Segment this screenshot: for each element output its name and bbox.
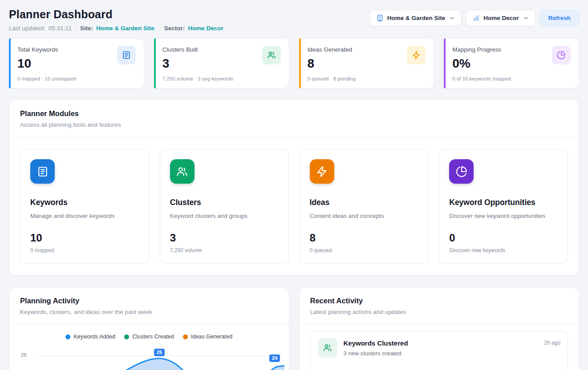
module-detail: 0 queued <box>310 247 418 253</box>
header-controls: Home & Garden Site Home Decor Refresh <box>370 10 579 26</box>
recent-activity-panel: Recent Activity Latest planning actions … <box>299 287 580 370</box>
module-title: Clusters <box>170 198 279 207</box>
stat-card-mapping-progress: Mapping Progress 0% 0 of 10 keywords map… <box>444 38 579 88</box>
module-description: Keyword clusters and groups <box>170 213 279 219</box>
site-selector-dropdown[interactable]: Home & Garden Site <box>370 10 462 26</box>
module-detail: 7,250 volume <box>170 247 279 253</box>
legend-dot-green <box>124 334 129 339</box>
pie-chart-icon <box>552 46 571 64</box>
panel-subtitle: Latest planning actions and updates <box>310 309 568 315</box>
document-icon <box>30 159 55 184</box>
page-header: Planner Dashboard Last updated: 05:31:21… <box>9 8 579 32</box>
legend-item-clusters-created[interactable]: Clusters Created <box>124 334 174 340</box>
activity-item-main: Keywords Clustered 3 new clusters create… <box>344 338 538 357</box>
module-card-clusters[interactable]: Clusters Keyword clusters and groups 3 7… <box>160 149 289 264</box>
module-card-keywords[interactable]: Keywords Manage and discover keywords 10… <box>20 149 149 264</box>
planning-activity-header: Planning Activity Keywords, clusters, an… <box>9 288 289 323</box>
pie-chart-icon <box>449 159 474 184</box>
module-card-ideas[interactable]: Ideas Content ideas and concepts 8 0 que… <box>300 149 429 264</box>
sector-link[interactable]: Home Decor <box>188 25 223 32</box>
chevron-down-icon <box>449 15 455 21</box>
section-subtitle: Access all planning tools and features <box>20 121 568 128</box>
recent-activity-body: Keywords Clustered 3 new clusters create… <box>300 323 579 370</box>
bolt-icon <box>310 159 334 184</box>
site-label: Site: <box>80 25 93 32</box>
site-selector-value: Home & Garden Site <box>387 15 446 21</box>
last-updated-value: 05:31:21 <box>49 25 72 32</box>
legend-item-keywords-added[interactable]: Keywords Added <box>65 334 115 340</box>
bar-chart-icon <box>472 14 480 22</box>
activity-item-detail: 3 new clusters created <box>344 350 538 357</box>
stat-card-clusters-built: Clusters Built 3 7,250 volume · 3 avg ke… <box>154 38 289 88</box>
planner-dashboard-page: Planner Dashboard Last updated: 05:31:21… <box>0 0 588 370</box>
section-title: Planner Modules <box>20 109 568 118</box>
chart-legend: Keywords Added Clusters Created Ideas Ge… <box>20 334 278 340</box>
planning-activity-chart: 25 25 24 <box>20 346 278 370</box>
module-description: Discover new keyword opportunities <box>449 213 558 219</box>
data-point-label: 25 <box>154 349 165 356</box>
y-axis-tick: 25 <box>21 352 27 358</box>
document-icon <box>117 46 136 64</box>
users-icon <box>262 46 281 64</box>
stat-detail: 7,250 volume · 3 avg keywords <box>162 76 281 81</box>
chevron-down-icon <box>523 15 529 21</box>
module-card-keyword-opportunities[interactable]: Keyword Opportunities Discover new keywo… <box>439 149 568 264</box>
legend-dot-orange <box>183 334 188 339</box>
meta-separator: · <box>75 25 77 32</box>
legend-dot-blue <box>65 334 70 339</box>
refresh-button[interactable]: Refresh <box>540 10 579 26</box>
module-value: 10 <box>30 232 139 244</box>
bottom-row: Planning Activity Keywords, clusters, an… <box>9 287 579 370</box>
planning-activity-body: Keywords Added Clusters Created Ideas Ge… <box>9 323 289 370</box>
legend-label: Ideas Generated <box>191 334 232 340</box>
module-detail: 0 mapped <box>30 247 139 253</box>
stat-card-total-keywords: Total Keywords 10 0 mapped · 10 unmapped <box>9 38 144 88</box>
stat-card-ideas-generated: Ideas Generated 8 0 queued · 8 pending <box>299 38 434 88</box>
page-title: Planner Dashboard <box>9 8 223 21</box>
legend-item-ideas-generated[interactable]: Ideas Generated <box>183 334 232 340</box>
module-description: Content ideas and concepts <box>310 213 418 219</box>
legend-label: Keywords Added <box>73 334 115 340</box>
users-icon <box>170 159 195 184</box>
sector-selector-value: Home Decor <box>483 15 519 21</box>
module-value: 0 <box>449 232 558 244</box>
data-point-label: 24 <box>269 354 280 362</box>
modules-grid: Keywords Manage and discover keywords 10… <box>9 137 579 275</box>
activity-item-title: Keywords Clustered <box>344 339 538 347</box>
planner-modules-header: Planner Modules Access all planning tool… <box>9 100 579 137</box>
stat-detail: 0 mapped · 10 unmapped <box>17 76 136 81</box>
last-updated-label: Last updated: <box>9 25 45 32</box>
header-left: Planner Dashboard Last updated: 05:31:21… <box>9 8 223 32</box>
module-title: Keywords <box>30 198 139 207</box>
activity-item-time: 2h ago <box>544 338 560 346</box>
sector-selector-dropdown[interactable]: Home Decor <box>466 10 535 26</box>
panel-subtitle: Keywords, clusters, and ideas over the p… <box>20 309 278 315</box>
module-title: Ideas <box>310 198 418 207</box>
planning-activity-panel: Planning Activity Keywords, clusters, an… <box>9 287 289 370</box>
users-icon <box>318 338 337 358</box>
sector-label: Sector: <box>164 25 185 32</box>
module-value: 8 <box>310 232 418 244</box>
planner-modules-section: Planner Modules Access all planning tool… <box>9 99 579 276</box>
legend-label: Clusters Created <box>132 334 174 340</box>
recent-activity-header: Recent Activity Latest planning actions … <box>300 288 579 323</box>
module-title: Keyword Opportunities <box>449 198 558 207</box>
stats-row: Total Keywords 10 0 mapped · 10 unmapped… <box>9 38 579 88</box>
header-meta: Last updated: 05:31:21 · Site: Home & Ga… <box>9 25 223 32</box>
stat-detail: 0 queued · 8 pending <box>308 76 426 81</box>
stat-detail: 0 of 10 keywords mapped <box>452 76 571 81</box>
site-link[interactable]: Home & Garden Site <box>96 25 154 32</box>
module-value: 3 <box>170 232 279 244</box>
panel-title: Planning Activity <box>20 297 278 305</box>
bolt-icon <box>407 46 426 64</box>
building-icon <box>376 14 384 22</box>
activity-list-item: Keywords Clustered 3 new clusters create… <box>310 331 568 370</box>
module-detail: Discover new keywords <box>449 247 558 253</box>
module-description: Manage and discover keywords <box>30 213 139 219</box>
panel-title: Recent Activity <box>310 297 568 305</box>
